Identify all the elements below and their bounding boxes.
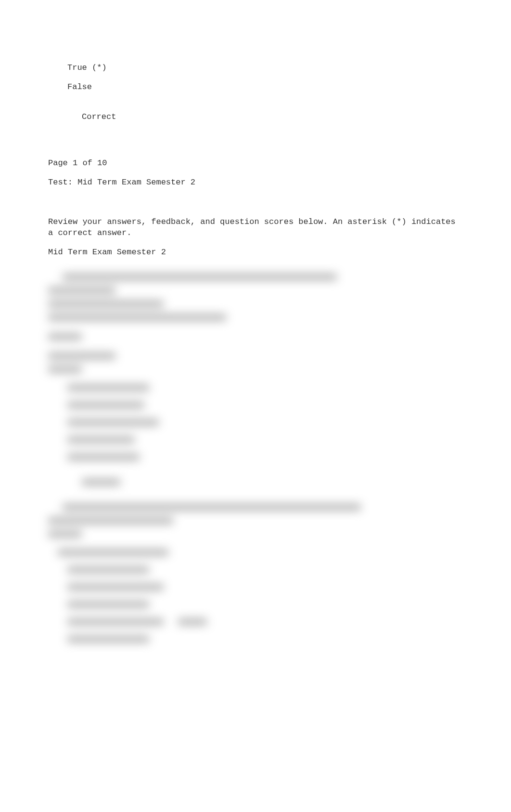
test-title: Test: Mid Term Exam Semester 2 (48, 177, 463, 188)
answer-true: True (*) (67, 63, 463, 73)
review-instructions: Review your answers, feedback, and quest… (48, 217, 463, 238)
section-header: Mid Term Exam Semester 2 (48, 247, 463, 258)
answer-false: False (67, 82, 463, 92)
page-indicator: Page 1 of 10 (48, 158, 463, 169)
answer-status-correct: Correct (82, 112, 463, 122)
redacted-content (48, 270, 463, 646)
